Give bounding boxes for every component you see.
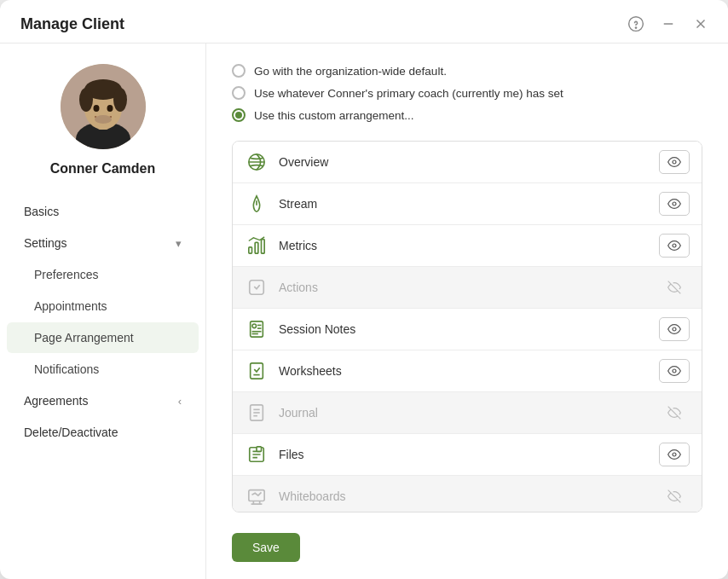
radio-circle-org-default [232, 64, 246, 78]
svg-point-26 [252, 324, 257, 328]
overview-icon [245, 150, 269, 174]
visibility-btn-metrics[interactable] [659, 234, 690, 258]
svg-rect-19 [249, 247, 252, 253]
svg-point-18 [673, 202, 676, 206]
svg-point-40 [673, 453, 676, 456]
visibility-btn-actions[interactable] [659, 275, 690, 299]
visibility-btn-whiteboards[interactable] [659, 484, 690, 508]
svg-point-27 [673, 327, 676, 331]
svg-rect-20 [255, 242, 258, 253]
radio-coach-default[interactable]: Use whatever Conner's primary coach (cur… [232, 86, 702, 100]
sidebar-item-appointments[interactable]: Appointments [7, 291, 199, 321]
visibility-btn-files[interactable] [659, 443, 690, 466]
page-label-session-notes: Session Notes [279, 322, 659, 336]
page-row-overview: Overview [233, 142, 702, 183]
title-bar: Manage Client [0, 0, 728, 43]
agreements-chevron-icon: ‹ [178, 395, 182, 408]
page-row-metrics: Metrics [233, 225, 702, 267]
page-label-worksheets: Worksheets [279, 364, 659, 378]
sidebar-label-settings: Settings [24, 236, 67, 250]
page-row-journal: Journal [233, 392, 702, 434]
page-label-files: Files [279, 448, 659, 461]
visibility-btn-stream[interactable] [659, 192, 690, 216]
svg-point-14 [107, 105, 113, 112]
pages-list: Overview [232, 141, 702, 512]
sidebar: Conner Camden Basics Settings ▾ Preferen… [0, 43, 206, 579]
sidebar-item-notifications[interactable]: Notifications [7, 354, 199, 385]
worksheets-icon [245, 359, 269, 383]
svg-rect-41 [249, 490, 264, 501]
sidebar-label-delete-deactivate: Delete/Deactivate [24, 426, 118, 439]
sidebar-navigation: Basics Settings ▾ Preferences Appointmen… [0, 195, 205, 449]
close-icon[interactable] [690, 14, 711, 34]
radio-label-org-default: Go with the organization-wide default. [254, 65, 447, 78]
sidebar-label-appointments: Appointments [34, 299, 107, 313]
settings-chevron-icon: ▾ [176, 237, 182, 250]
files-icon [245, 443, 269, 466]
svg-rect-25 [251, 321, 263, 337]
help-icon[interactable] [626, 14, 646, 34]
sidebar-item-preferences[interactable]: Preferences [7, 259, 199, 290]
arrangement-radio-group: Go with the organization-wide default. U… [232, 64, 702, 122]
visibility-btn-worksheets[interactable] [659, 359, 690, 383]
sidebar-item-page-arrangement[interactable]: Page Arrangement [7, 322, 199, 353]
main-content: Go with the organization-wide default. U… [206, 43, 728, 579]
sidebar-label-basics: Basics [24, 205, 59, 218]
svg-rect-23 [250, 281, 264, 295]
svg-point-22 [673, 244, 676, 247]
whiteboards-icon [245, 484, 269, 508]
svg-point-13 [93, 105, 99, 112]
radio-org-default[interactable]: Go with the organization-wide default. [232, 64, 702, 78]
actions-icon [245, 275, 269, 299]
window-controls [626, 14, 711, 34]
svg-point-2 [635, 27, 636, 28]
minimize-icon[interactable] [658, 14, 679, 34]
sidebar-item-basics[interactable]: Basics [7, 196, 199, 227]
page-row-worksheets: Worksheets [233, 350, 702, 392]
page-label-journal: Journal [279, 406, 659, 420]
radio-label-custom: Use this custom arrangement... [254, 109, 414, 122]
radio-custom[interactable]: Use this custom arrangement... [232, 108, 702, 122]
page-row-whiteboards: Whiteboards [233, 476, 702, 512]
save-button[interactable]: Save [232, 533, 300, 562]
svg-rect-21 [262, 240, 265, 254]
page-row-session-notes: Session Notes [233, 309, 702, 350]
sidebar-label-page-arrangement: Page Arrangement [34, 331, 134, 345]
session-notes-icon [245, 317, 269, 341]
page-label-whiteboards: Whiteboards [279, 489, 659, 503]
radio-circle-custom [232, 108, 246, 122]
visibility-btn-journal[interactable] [659, 401, 690, 425]
sidebar-item-settings[interactable]: Settings ▾ [7, 228, 199, 258]
sidebar-label-preferences: Preferences [34, 268, 98, 281]
radio-circle-coach-default [232, 86, 246, 100]
svg-rect-39 [257, 447, 262, 452]
metrics-icon [245, 234, 269, 258]
page-label-overview: Overview [279, 155, 659, 169]
journal-icon [245, 401, 269, 425]
page-label-metrics: Metrics [279, 239, 659, 252]
radio-label-coach-default: Use whatever Conner's primary coach (cur… [254, 87, 563, 100]
client-name: Conner Camden [50, 161, 156, 177]
svg-point-12 [113, 88, 127, 112]
page-label-actions: Actions [279, 281, 659, 294]
window-title: Manage Client [20, 15, 124, 33]
page-row-stream: Stream [233, 183, 702, 225]
svg-point-17 [673, 160, 676, 164]
avatar [61, 64, 146, 149]
svg-point-29 [673, 369, 676, 373]
sidebar-item-delete-deactivate[interactable]: Delete/Deactivate [7, 417, 199, 448]
visibility-btn-overview[interactable] [659, 150, 690, 174]
page-row-actions: Actions [233, 267, 702, 309]
svg-point-11 [79, 88, 93, 112]
svg-point-15 [95, 115, 112, 124]
visibility-btn-session-notes[interactable] [659, 317, 690, 341]
page-label-stream: Stream [279, 197, 659, 211]
window-body: Conner Camden Basics Settings ▾ Preferen… [0, 43, 728, 579]
sidebar-item-agreements[interactable]: Agreements ‹ [7, 385, 199, 416]
stream-icon [245, 192, 269, 216]
sidebar-label-notifications: Notifications [34, 362, 99, 376]
page-row-files: Files [233, 434, 702, 476]
sidebar-label-agreements: Agreements [24, 394, 88, 408]
manage-client-window: Manage Client [0, 0, 728, 579]
